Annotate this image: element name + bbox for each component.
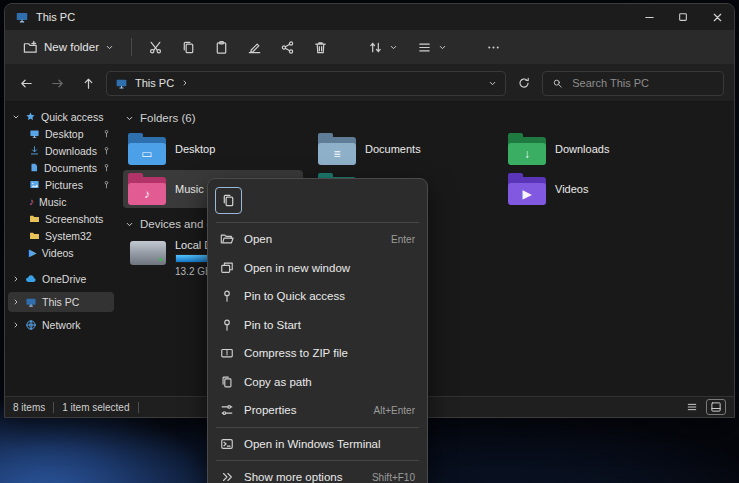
toolbar-divider	[131, 38, 132, 56]
copy-icon	[181, 40, 196, 55]
address-field[interactable]: This PC	[106, 71, 506, 96]
folder-tile-label: Downloads	[555, 143, 609, 155]
thumbnail-view-button[interactable]	[706, 399, 726, 415]
address-dropdown-icon[interactable]	[488, 79, 497, 88]
copy-path-icon	[220, 375, 234, 389]
documents-folder-icon: ≡	[318, 134, 356, 165]
breadcrumb[interactable]: This PC	[135, 77, 174, 89]
copy-button[interactable]	[174, 34, 204, 60]
menu-item-open[interactable]: Open Enter	[212, 225, 423, 254]
desktop-folder-icon: ▭	[128, 134, 166, 165]
sidebar-item-label: Videos	[42, 247, 74, 259]
sidebar-item-this-pc[interactable]: This PC	[8, 292, 114, 312]
sidebar-item-label: Desktop	[45, 128, 84, 140]
menu-separator	[216, 222, 419, 223]
new-folder-button[interactable]: New folder	[15, 34, 122, 60]
item-count: 8 items	[13, 402, 45, 413]
minimize-icon	[644, 12, 655, 23]
folder-tile-label: Videos	[555, 183, 588, 195]
pin-icon	[102, 146, 111, 155]
quick-access-icon	[25, 111, 36, 122]
show-more-icon	[220, 470, 234, 483]
sort-button[interactable]	[360, 34, 406, 60]
back-button[interactable]	[13, 70, 39, 96]
paste-button[interactable]	[207, 34, 237, 60]
cut-button[interactable]	[141, 34, 171, 60]
pin-icon	[220, 289, 234, 303]
details-view-icon	[686, 401, 698, 413]
downloads-folder-icon: ↓	[508, 134, 546, 165]
context-menu-icon-strip	[212, 183, 423, 220]
search-input[interactable]	[570, 76, 714, 90]
sidebar-item-downloads[interactable]: Downloads	[8, 142, 114, 159]
chevron-down-icon	[125, 220, 134, 229]
up-button[interactable]	[75, 70, 101, 96]
sidebar-item-videos[interactable]: ▶ Videos	[8, 244, 114, 261]
folder-tile-desktop[interactable]: ▭ Desktop	[123, 130, 303, 168]
selection-count: 1 item selected	[62, 402, 129, 413]
open-icon	[220, 232, 234, 246]
sidebar-item-desktop[interactable]: Desktop	[8, 125, 114, 142]
chevron-right-icon[interactable]	[181, 79, 189, 87]
music-icon: ♪	[29, 197, 34, 207]
documents-icon	[29, 162, 39, 173]
folders-section-title: Folders (6)	[140, 112, 196, 124]
sidebar-item-pictures[interactable]: Pictures	[8, 176, 114, 193]
folders-section-header[interactable]: Folders (6)	[125, 108, 734, 128]
close-button[interactable]	[700, 4, 734, 30]
music-folder-icon: ♪	[128, 174, 166, 205]
sidebar-item-system32[interactable]: System32	[8, 227, 114, 244]
menu-item-properties[interactable]: Properties Alt+Enter	[212, 396, 423, 425]
refresh-button[interactable]	[511, 70, 537, 96]
statusbar-divider	[138, 402, 139, 413]
maximize-button[interactable]	[666, 4, 700, 30]
view-button[interactable]	[409, 34, 455, 60]
sidebar-item-quick-access[interactable]: Quick access	[8, 108, 114, 125]
menu-item-show-more-options[interactable]: Show more options Shift+F10	[212, 463, 423, 483]
chevron-down-icon	[105, 43, 114, 52]
onedrive-icon	[25, 273, 37, 285]
chevron-down-icon	[438, 43, 447, 52]
more-options-button[interactable]	[479, 34, 509, 60]
maximize-icon	[678, 12, 688, 22]
sidebar-item-network[interactable]: Network	[8, 315, 114, 335]
statusbar-divider	[53, 402, 54, 413]
menu-item-open-in-windows-terminal[interactable]: Open in Windows Terminal	[212, 430, 423, 459]
pictures-icon	[29, 179, 40, 190]
menu-item-pin-to-start[interactable]: Pin to Start	[212, 311, 423, 340]
sidebar-item-documents[interactable]: Documents	[8, 159, 114, 176]
share-button[interactable]	[273, 34, 303, 60]
folder-tile-videos[interactable]: ▶ Videos	[503, 170, 683, 208]
folder-tile-downloads[interactable]: ↓ Downloads	[503, 130, 683, 168]
sidebar-item-label: This PC	[42, 296, 79, 308]
sidebar-item-label: System32	[45, 230, 92, 242]
sidebar-item-label: Screenshots	[45, 213, 103, 225]
search-icon	[552, 77, 563, 90]
delete-button[interactable]	[306, 34, 336, 60]
sidebar-item-screenshots[interactable]: Screenshots	[8, 210, 114, 227]
minimize-button[interactable]	[632, 4, 666, 30]
sidebar-item-label: Documents	[44, 162, 97, 174]
details-view-button[interactable]	[682, 399, 702, 415]
sidebar-item-music[interactable]: ♪ Music	[8, 193, 114, 210]
menu-item-open-in-new-window[interactable]: Open in new window	[212, 254, 423, 283]
back-icon	[19, 76, 34, 91]
menu-item-copy-as-path[interactable]: Copy as path	[212, 368, 423, 397]
menu-separator	[216, 460, 419, 461]
sidebar-item-label: Pictures	[45, 179, 83, 191]
menu-item-pin-to-quick-access[interactable]: Pin to Quick access	[212, 282, 423, 311]
forward-icon	[50, 76, 65, 91]
copy-button[interactable]	[215, 187, 242, 214]
menu-item-compress-to-zip[interactable]: Compress to ZIP file	[212, 339, 423, 368]
chevron-down-icon	[12, 113, 20, 121]
desktop-icon	[29, 128, 40, 139]
command-bar: New folder	[5, 30, 734, 65]
forward-button[interactable]	[44, 70, 70, 96]
this-pc-icon	[25, 296, 37, 308]
sidebar-item-onedrive[interactable]: OneDrive	[8, 269, 114, 289]
folder-tile-documents[interactable]: ≡ Documents	[313, 130, 493, 168]
sidebar-item-label: Quick access	[41, 111, 103, 123]
pin-icon	[102, 180, 111, 189]
sidebar-item-label: Music	[39, 196, 66, 208]
rename-button[interactable]	[240, 34, 270, 60]
